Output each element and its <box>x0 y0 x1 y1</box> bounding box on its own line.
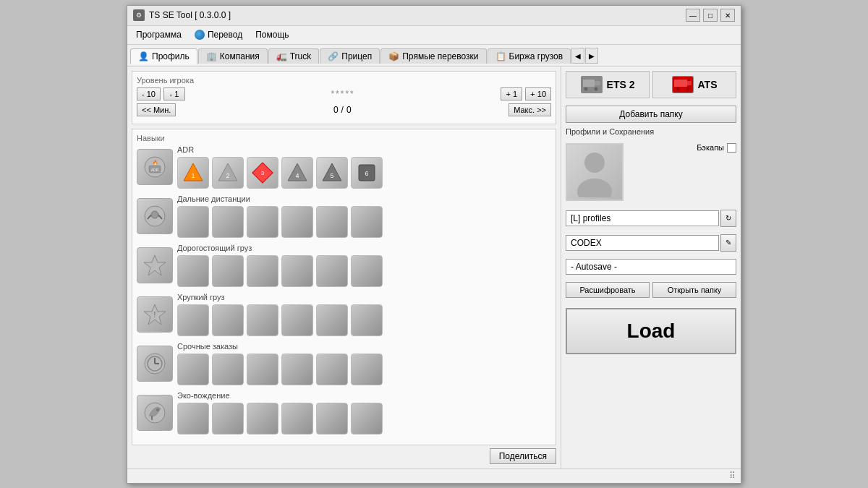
skill-name-urgent: Срочные заказы <box>177 342 551 351</box>
svg-marker-18 <box>144 255 166 275</box>
expensive-badge-5[interactable] <box>316 255 348 287</box>
menu-label-translate: Перевод <box>208 30 242 40</box>
tab-company[interactable]: 🏢 Компания <box>198 48 268 64</box>
level-min-button[interactable]: << Мин. <box>137 103 176 116</box>
skill-name-eco: Эко-вождение <box>177 391 551 400</box>
distance-badge-6[interactable] <box>351 206 383 238</box>
tab-trailer[interactable]: 🔗 Прицеп <box>320 48 380 64</box>
fragile-badge-3[interactable] <box>247 304 278 336</box>
profiles-refresh-button[interactable]: ↻ <box>720 210 736 227</box>
tab-prev-button[interactable]: ◀ <box>571 48 584 64</box>
load-button[interactable]: Load <box>566 308 736 354</box>
profile-name-dropdown-row: CODEX ✎ <box>566 234 736 252</box>
tab-freight[interactable]: 📋 Биржа грузов <box>488 48 571 64</box>
statusbar: ⠿ <box>127 468 741 483</box>
profile-edit-button[interactable]: ✎ <box>720 234 736 252</box>
urgent-badge-4[interactable] <box>281 354 313 385</box>
fragile-badge-2[interactable] <box>212 304 244 336</box>
game-tab-ets2[interactable]: ETS 2 <box>566 71 650 98</box>
skill-content-eco: Эко-вождение <box>177 391 551 435</box>
eco-badge-4[interactable] <box>281 403 313 435</box>
add-folder-button[interactable]: Добавить папку <box>566 106 736 123</box>
adr-badge-5[interactable]: 5 <box>316 157 348 189</box>
tab-truck-icon: 🚛 <box>276 51 287 61</box>
tab-direct[interactable]: 📦 Прямые перевозки <box>380 48 486 64</box>
expensive-badge-3[interactable] <box>247 255 278 287</box>
share-area: Поделиться <box>132 445 556 464</box>
level-fraction-max: 0 <box>346 105 352 115</box>
svg-rect-30 <box>595 81 600 85</box>
skill-row-expensive: Дорогостоящий груз <box>137 244 551 287</box>
player-level-label: Уровень игрока <box>137 76 551 85</box>
tab-profile[interactable]: 👤 Профиль <box>130 48 197 64</box>
eco-badge-2[interactable] <box>212 403 244 435</box>
eco-badge-5[interactable] <box>316 403 348 435</box>
profile-name-dropdown[interactable]: CODEX <box>566 235 719 251</box>
eco-badge-6[interactable] <box>351 403 383 435</box>
distance-badge-5[interactable] <box>316 206 348 238</box>
expensive-badge-6[interactable] <box>351 255 383 287</box>
tab-company-icon: 🏢 <box>206 51 217 61</box>
expensive-badge-2[interactable] <box>212 255 244 287</box>
fragile-badge-5[interactable] <box>316 304 348 336</box>
title-bar-left: ⚙ TS SE Tool [ 0.3.0.0 ] <box>133 9 231 21</box>
level-stars: ***** <box>188 89 498 99</box>
adr-badge-6[interactable]: 6 <box>351 157 383 189</box>
distance-badge-3[interactable] <box>247 206 278 238</box>
menu-item-translate[interactable]: Перевод <box>189 28 248 41</box>
expensive-badge-1[interactable] <box>177 255 209 287</box>
fragile-badge-1[interactable] <box>177 304 209 336</box>
distance-badge-4[interactable] <box>281 206 313 238</box>
save-dropdown-row: - Autosave - <box>566 259 736 275</box>
adr-badge-2[interactable]: 2 <box>212 157 244 189</box>
urgent-badge-3[interactable] <box>247 354 278 385</box>
eco-badge-3[interactable] <box>247 403 278 435</box>
skill-icon-distance <box>137 198 173 234</box>
fragile-badge-6[interactable] <box>351 304 383 336</box>
svg-text:🔥: 🔥 <box>153 160 158 166</box>
level-plus10-button[interactable]: + 10 <box>525 87 551 100</box>
menu-item-program[interactable]: Программа <box>130 28 187 41</box>
open-folder-button[interactable]: Открыть папку <box>652 282 736 298</box>
tab-truck[interactable]: 🚛 Truck <box>268 48 320 64</box>
urgent-badge-6[interactable] <box>351 354 383 385</box>
tab-freight-icon: 📋 <box>495 51 506 61</box>
save-dropdown[interactable]: - Autosave - <box>566 259 736 275</box>
tabs-bar: 👤 Профиль 🏢 Компания 🚛 Truck 🔗 Прицеп 📦 … <box>127 45 741 67</box>
decrypt-button[interactable]: Расшифровать <box>566 282 650 298</box>
svg-point-38 <box>584 153 605 173</box>
game-tab-ats[interactable]: ATS <box>652 71 736 98</box>
skill-icon-eco <box>137 395 173 431</box>
urgent-badge-5[interactable] <box>316 354 348 385</box>
adr-badge-4[interactable]: 4 <box>281 157 313 189</box>
urgent-badge-2[interactable] <box>212 354 244 385</box>
distance-badge-2[interactable] <box>212 206 244 238</box>
urgent-badge-1[interactable] <box>177 354 209 385</box>
close-button[interactable]: ✕ <box>720 9 735 22</box>
eco-badge-1[interactable] <box>177 403 209 435</box>
expensive-badge-4[interactable] <box>281 255 313 287</box>
level-plus1-button[interactable]: + 1 <box>501 87 522 100</box>
profile-avatar <box>566 143 624 201</box>
level-max-button[interactable]: Макс. >> <box>509 103 551 116</box>
adr-badge-3[interactable]: 3 <box>247 157 278 189</box>
fragile-badge-4[interactable] <box>281 304 313 336</box>
level-minus1-button[interactable]: - 1 <box>163 87 185 100</box>
menu-item-help[interactable]: Помощь <box>250 28 294 41</box>
level-minus10-button[interactable]: - 10 <box>137 87 161 100</box>
share-button[interactable]: Поделиться <box>490 448 556 464</box>
profiles-label: Профили и Сохранения <box>566 127 736 136</box>
maximize-button[interactable]: □ <box>703 9 718 22</box>
distance-badge-1[interactable] <box>177 206 209 238</box>
adr-badge-1[interactable]: 1 <box>177 157 209 189</box>
skill-name-fragile: Хрупкий груз <box>177 293 551 301</box>
minimize-button[interactable]: — <box>686 9 700 22</box>
backup-checkbox[interactable] <box>727 143 736 153</box>
svg-text:!: ! <box>154 311 156 319</box>
svg-point-39 <box>577 179 612 197</box>
profiles-dropdown-row: [L] profiles ↻ <box>566 210 736 227</box>
skill-content-fragile: Хрупкий груз <box>177 293 551 336</box>
profiles-dropdown[interactable]: [L] profiles <box>566 210 719 226</box>
tab-next-button[interactable]: ▶ <box>585 48 598 64</box>
statusbar-grip-icon: ⠿ <box>726 470 738 481</box>
